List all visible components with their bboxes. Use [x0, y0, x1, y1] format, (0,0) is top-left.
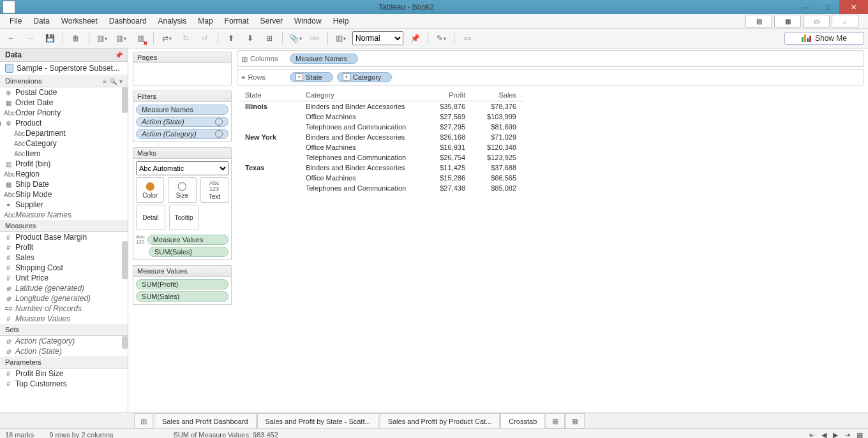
forward-icon[interactable]: →	[23, 31, 38, 46]
table-row[interactable]: Telephones and Communication$27,295$81,6…	[239, 122, 523, 132]
highlight-icon[interactable]: ✎	[433, 31, 449, 46]
table-row[interactable]: Office Machines$16,931$120,348	[239, 142, 523, 152]
menu-server[interactable]: Server	[255, 17, 288, 26]
rows-shelf[interactable]: ≡Rows +State +Category	[237, 69, 864, 85]
field-region[interactable]: AbcRegion	[0, 169, 128, 179]
fit-select[interactable]: Normal	[352, 31, 403, 45]
field-order-priority[interactable]: AbcOrder Priority	[0, 108, 128, 118]
field-department[interactable]: AbcDepartment	[0, 128, 128, 138]
presentation-icon[interactable]: ▭	[803, 15, 830, 27]
sort-asc-icon[interactable]: ⬆	[223, 31, 239, 46]
datasource-icon[interactable]: 🗑	[68, 31, 84, 46]
filters-card[interactable]: Measure NamesAction (State)Action (Categ…	[133, 102, 232, 142]
menu-format[interactable]: Format	[219, 17, 255, 26]
filter-pill[interactable]: Measure Names	[136, 105, 228, 115]
new-sheet-icon[interactable]: ▥	[94, 31, 110, 46]
mark-text-button[interactable]: Abc123Text	[200, 177, 228, 203]
search-icon[interactable]: 🔍	[109, 78, 117, 85]
clear-sheet-icon[interactable]: ▥✖	[133, 31, 148, 46]
field-product-base-margin[interactable]: #Product Base Margin	[0, 232, 128, 242]
rows-pill-state[interactable]: +State	[290, 72, 333, 82]
show-me-button[interactable]: Show Me	[784, 32, 864, 45]
tab-scatter[interactable]: Sales and Profit by State - Scatt...	[257, 413, 379, 428]
chart-type-icon[interactable]: ▥	[333, 31, 348, 46]
tab-product[interactable]: Sales and Profit by Product Cat...	[380, 413, 500, 428]
mark-detail-button[interactable]: Detail	[136, 205, 165, 230]
field-unit-price[interactable]: #Unit Price	[0, 273, 128, 283]
mark-size-button[interactable]: ◯Size	[168, 177, 196, 203]
field-latitude-generated-[interactable]: ⊕Latitude (generated)	[0, 283, 128, 293]
nav-next-icon[interactable]: ▶	[833, 431, 838, 439]
table-row[interactable]: Telephones and Communication$27,438$85,0…	[239, 183, 523, 193]
dashboard-toggle-icon[interactable]: ▦	[774, 15, 801, 27]
maximize-button[interactable]: □	[817, 0, 839, 14]
table-row[interactable]: Office Machines$27,569$103,999	[239, 112, 523, 122]
tab-filmstrip-icon[interactable]: ▥	[134, 413, 153, 428]
field-postal-code[interactable]: ⊕Postal Code	[0, 87, 128, 98]
field-longitude-generated-[interactable]: ⊕Longitude (generated)	[0, 293, 128, 303]
table-row[interactable]: New YorkBinders and Binder Accessories$2…	[239, 132, 523, 142]
col-state[interactable]: State	[239, 89, 299, 101]
menu-analysis[interactable]: Analysis	[153, 17, 193, 26]
col-category[interactable]: Category	[299, 89, 424, 101]
field-category[interactable]: AbcCategory	[0, 138, 128, 149]
menu-file[interactable]: File	[4, 17, 27, 26]
redo-icon[interactable]: ↺	[197, 31, 213, 46]
field-action-category-[interactable]: ⊘Action (Category)	[0, 336, 128, 346]
field-ship-mode[interactable]: AbcShip Mode	[0, 189, 128, 200]
home-icon[interactable]: ⌂	[832, 15, 858, 27]
minimize-button[interactable]: —	[795, 0, 817, 14]
group-icon[interactable]: ⊞	[262, 31, 277, 46]
sort-desc-icon[interactable]: ⬇	[243, 31, 258, 46]
measure-values-card[interactable]: SUM(Profit) SUM(Sales)	[133, 277, 232, 305]
swap-icon[interactable]: ⇄	[159, 31, 174, 46]
mv-pill-sum-profit[interactable]: SUM(Profit)	[136, 279, 228, 289]
attach-icon[interactable]: 📎	[288, 31, 303, 46]
presentation-mode-icon[interactable]: ▭	[460, 31, 475, 46]
filter-pill[interactable]: Action (Category)	[136, 129, 228, 139]
table-row[interactable]: TexasBinders and Binder Accessories$11,4…	[239, 163, 523, 173]
mark-tooltip-button[interactable]: Tooltip	[169, 205, 198, 230]
undo-icon[interactable]: ↻	[178, 31, 193, 46]
field-profit-bin-size[interactable]: #Profit Bin Size	[0, 369, 128, 379]
cards-toggle-icon[interactable]: ▤	[745, 15, 772, 27]
menu-window[interactable]: Window	[288, 17, 327, 26]
field-top-customers[interactable]: #Top Customers	[0, 379, 128, 389]
columns-pill-measure-names[interactable]: Measure Names	[290, 54, 358, 64]
marks-pill-sum-sales[interactable]: SUM(Sales)	[149, 247, 228, 257]
field-measure-values[interactable]: #Measure Values	[0, 314, 128, 324]
rows-pill-category[interactable]: +Category	[337, 72, 393, 82]
filter-pill[interactable]: Action (State)	[136, 117, 228, 127]
back-icon[interactable]: ←	[4, 31, 19, 46]
field-number-of-records[interactable]: =#Number of Records	[0, 303, 128, 314]
nav-first-icon[interactable]: ⇤	[809, 431, 815, 439]
field-order-date[interactable]: ▦Order Date	[0, 98, 128, 108]
tab-dashboard[interactable]: Sales and Profit Dashboard	[154, 413, 257, 428]
field-product[interactable]: ◢⚙Product	[0, 118, 128, 128]
menu-data[interactable]: Data	[27, 17, 55, 26]
col-profit[interactable]: Profit	[424, 89, 472, 101]
field-profit-bin-[interactable]: ▥Profit (bin)	[0, 159, 128, 169]
field-supplier[interactable]: ⚭Supplier	[0, 200, 128, 210]
duplicate-sheet-icon[interactable]: ▥	[114, 31, 129, 46]
field-action-state-[interactable]: ⊘Action (State)	[0, 346, 128, 356]
datasource-row[interactable]: Sample - Superstore Subset (E...)	[0, 62, 128, 75]
abc-icon[interactable]: Abc	[307, 31, 322, 46]
close-button[interactable]: ✕	[839, 0, 868, 14]
new-worksheet-icon[interactable]: ▦	[546, 413, 565, 428]
nav-last-icon[interactable]: ⇥	[844, 431, 850, 439]
mark-color-button[interactable]: ⬤Color	[136, 177, 164, 203]
save-icon[interactable]: 💾	[42, 31, 57, 46]
nav-prev-icon[interactable]: ◀	[821, 431, 827, 439]
menu-map[interactable]: Map	[192, 17, 218, 26]
field-shipping-cost[interactable]: #Shipping Cost	[0, 263, 128, 273]
data-pin-icon[interactable]: 📌	[115, 52, 123, 59]
columns-shelf[interactable]: ▥Columns Measure Names	[237, 50, 864, 67]
table-row[interactable]: Office Machines$15,286$66,565	[239, 173, 523, 183]
menu-help[interactable]: Help	[327, 17, 355, 26]
field-ship-date[interactable]: ▦Ship Date	[0, 179, 128, 189]
marks-pill-measure-values[interactable]: Measure Values	[147, 235, 228, 245]
nav-grid-icon[interactable]: ▦	[857, 431, 863, 439]
mv-pill-sum-sales[interactable]: SUM(Sales)	[136, 291, 228, 302]
new-dashboard-icon[interactable]: ▦	[565, 413, 585, 428]
